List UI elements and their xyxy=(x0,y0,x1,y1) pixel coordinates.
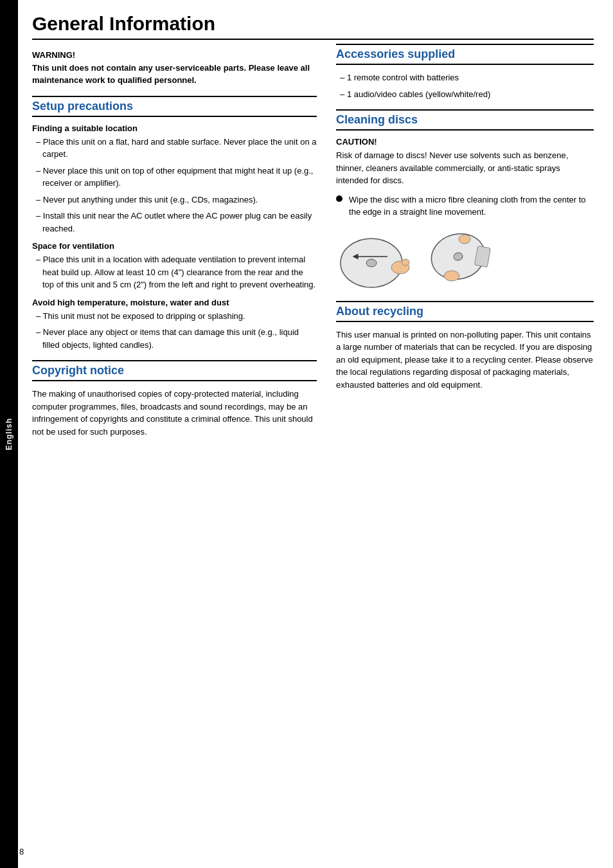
temperature-title: Avoid high temperature, moisture, water … xyxy=(32,298,317,307)
page-number: 8 xyxy=(19,847,24,856)
recycling-text: This user manual is printed on non-pollu… xyxy=(336,329,594,392)
disc-illustration-1 xyxy=(336,228,413,292)
location-section: Finding a suitable location Place this u… xyxy=(32,123,317,235)
accessory-item-2: 1 audio/video cables (yellow/white/red) xyxy=(336,88,594,101)
location-title: Finding a suitable location xyxy=(32,123,317,133)
caution-text: Risk of damage to discs! Never use solve… xyxy=(336,149,594,187)
location-item-3: Never put anything under this unit (e.g.… xyxy=(32,194,317,206)
warning-text: This unit does not contain any user-serv… xyxy=(32,62,317,87)
svg-point-7 xyxy=(444,271,459,281)
copyright-header: Copyright notice xyxy=(32,360,317,381)
two-column-layout: WARNING! This unit does not contain any … xyxy=(32,44,594,440)
svg-point-1 xyxy=(366,259,377,267)
temperature-section: Avoid high temperature, moisture, water … xyxy=(32,298,317,352)
warning-block: WARNING! This unit does not contain any … xyxy=(32,50,317,87)
accessories-list: 1 remote control with batteries 1 audio/… xyxy=(336,71,594,100)
main-content: General Information WARNING! This unit d… xyxy=(19,0,613,868)
caution-title: CAUTION! xyxy=(336,137,594,147)
bullet-icon xyxy=(336,195,342,202)
accessory-item-1: 1 remote control with batteries xyxy=(336,71,594,84)
right-column: Accessories supplied 1 remote control wi… xyxy=(336,44,594,440)
cleaning-header: Cleaning discs xyxy=(336,109,594,131)
sidebar: English xyxy=(0,0,18,868)
disc-illustrations xyxy=(336,228,594,292)
copyright-text: The making of unauthorised copies of cop… xyxy=(32,388,317,438)
page-title: General Information xyxy=(32,13,594,40)
warning-title: WARNING! xyxy=(32,50,317,60)
location-item-4: Install this unit near the AC outlet whe… xyxy=(32,210,317,235)
location-item-2: Never place this unit on top of other eq… xyxy=(32,165,317,190)
svg-point-3 xyxy=(402,259,409,266)
location-item-1: Place this unit on a flat, hard and stab… xyxy=(32,136,317,161)
ventilation-item-1: Place this unit in a location with adequ… xyxy=(32,253,317,291)
ventilation-title: Space for ventilation xyxy=(32,241,317,251)
svg-point-8 xyxy=(459,235,470,244)
recycling-header: About recycling xyxy=(336,301,594,322)
setup-header: Setup precautions xyxy=(32,96,317,117)
sidebar-label: English xyxy=(4,418,13,450)
accessories-header: Accessories supplied xyxy=(336,44,594,65)
disc-illustration-2 xyxy=(420,228,497,292)
left-column: WARNING! This unit does not contain any … xyxy=(32,44,317,440)
temperature-item-2: Never place any object or items that can… xyxy=(32,326,317,351)
cleaning-instruction: Wipe the disc with a micro fibre cleanin… xyxy=(336,194,594,219)
temperature-item-1: This unit must not be exposed to drippin… xyxy=(32,310,317,323)
ventilation-section: Space for ventilation Place this unit in… xyxy=(32,241,317,291)
caution-block: CAUTION! Risk of damage to discs! Never … xyxy=(336,137,594,187)
page: English General Information WARNING! Thi… xyxy=(0,0,613,868)
